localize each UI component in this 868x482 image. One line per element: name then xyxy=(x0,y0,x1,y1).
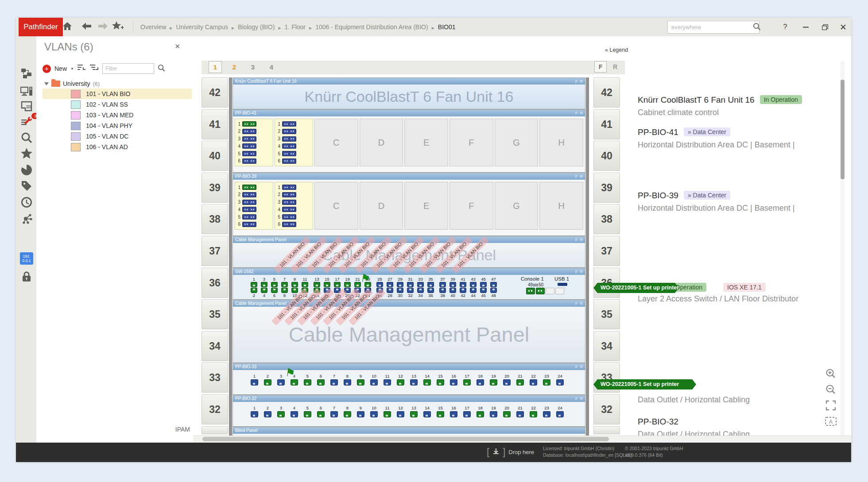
zoom-in-button[interactable] xyxy=(825,367,837,380)
breadcrumb-item[interactable]: Overview xyxy=(140,23,166,31)
switch-port[interactable] xyxy=(281,288,288,293)
rear-indicator[interactable]: R xyxy=(580,270,583,274)
front-indicator[interactable]: F xyxy=(575,174,578,179)
breadcrumb-item[interactable]: University Campus xyxy=(176,23,228,31)
duplex-port[interactable] xyxy=(242,214,256,220)
minimize-button[interactable] xyxy=(799,22,812,32)
switch-port[interactable] xyxy=(314,282,320,287)
rack-component-sw-1582[interactable]: SW-1582FR1234567891011121314151617181920… xyxy=(232,268,585,300)
new-dropdown-caret[interactable]: ▼ xyxy=(70,67,74,71)
patch-port[interactable] xyxy=(437,379,444,386)
rear-indicator[interactable]: R xyxy=(580,79,583,84)
switch-port[interactable] xyxy=(291,288,298,293)
patch-port[interactable] xyxy=(530,411,537,417)
rack-component-kn-rr-coolblastt-6-fan-unit-16[interactable]: Knürr CoolBlastT 6 Fan Unit 16FRKnürr Co… xyxy=(232,77,585,109)
switch-port[interactable] xyxy=(291,282,298,287)
switch-port[interactable] xyxy=(450,282,456,287)
patch-port[interactable] xyxy=(490,411,497,417)
search-icon[interactable] xyxy=(753,23,761,32)
patch-port[interactable] xyxy=(450,379,457,386)
patch-port[interactable] xyxy=(251,379,258,386)
rack-tab-2[interactable]: 2 xyxy=(228,62,240,73)
breadcrumb-item[interactable]: Biology (BIO) xyxy=(238,23,275,31)
panel-section-g[interactable]: G xyxy=(495,119,539,166)
patch-port[interactable] xyxy=(344,411,351,417)
rack-component-blind-panel[interactable]: Blind Panel xyxy=(232,427,585,436)
rack-component-pp-bio-41[interactable]: PP-BIO-41FR123456123456CDEFGH xyxy=(232,109,585,173)
patch-port[interactable] xyxy=(277,411,285,417)
patch-port[interactable] xyxy=(556,379,564,386)
duplex-port[interactable] xyxy=(242,200,256,205)
hardware-icon[interactable] xyxy=(20,85,33,98)
patch-port[interactable] xyxy=(291,379,298,386)
filter-search-icon[interactable] xyxy=(158,64,165,73)
switch-port[interactable] xyxy=(261,282,267,287)
panel-section-h[interactable]: H xyxy=(539,119,583,166)
duplex-port[interactable] xyxy=(282,121,296,127)
console-port[interactable] xyxy=(533,284,538,286)
duplex-port[interactable] xyxy=(282,222,296,227)
search-nav-icon[interactable] xyxy=(20,131,33,144)
duplex-port[interactable] xyxy=(242,207,256,212)
front-indicator[interactable]: F xyxy=(575,301,578,306)
patch-port[interactable] xyxy=(410,411,418,417)
collapse-arrow-icon[interactable] xyxy=(44,82,49,85)
search-input[interactable] xyxy=(668,24,753,31)
front-indicator[interactable]: F xyxy=(575,397,578,401)
tags-icon[interactable] xyxy=(20,179,33,193)
switch-port[interactable] xyxy=(439,288,446,293)
patch-port[interactable] xyxy=(437,411,444,417)
switch-port[interactable] xyxy=(251,288,257,293)
breadcrumb-item[interactable]: 1. Floor xyxy=(285,23,306,31)
home-button[interactable] xyxy=(61,21,74,33)
patch-port[interactable] xyxy=(304,379,311,386)
rack-component-pp-bio-39[interactable]: PP-BIO-39FR123456123456CDEFGH xyxy=(232,173,585,236)
switch-port[interactable] xyxy=(417,288,424,293)
switch-port[interactable] xyxy=(376,288,383,293)
work-order-banner[interactable]: WO-20221005-1 Set up printer xyxy=(593,283,679,293)
switch-port[interactable] xyxy=(427,282,434,287)
patch-port[interactable] xyxy=(304,411,311,417)
switch-port[interactable] xyxy=(271,288,278,293)
panel-section-f[interactable]: F xyxy=(450,182,493,230)
duplex-port[interactable] xyxy=(242,143,256,149)
work-order-banner[interactable]: WO-20221005-1 Set up printer xyxy=(593,379,696,389)
duplex-port[interactable] xyxy=(282,200,296,205)
filter-input[interactable] xyxy=(102,63,154,74)
panel-section-e[interactable]: E xyxy=(404,119,448,166)
switch-port[interactable] xyxy=(334,288,341,293)
switch-port[interactable] xyxy=(376,282,383,287)
collapse-all-icon[interactable] xyxy=(90,64,99,73)
switch-port[interactable] xyxy=(344,288,351,293)
tree-root-university[interactable]: University (6) xyxy=(36,79,194,89)
switch-port[interactable] xyxy=(387,282,393,287)
switch-port[interactable] xyxy=(364,288,371,293)
panel-section-e[interactable]: E xyxy=(404,182,448,230)
switch-port[interactable] xyxy=(261,288,267,293)
zoom-out-button[interactable] xyxy=(825,383,837,396)
vlan-tree-item[interactable]: 105 - VLAN DC xyxy=(43,131,192,142)
duplex-port[interactable] xyxy=(242,121,256,127)
patch-port[interactable] xyxy=(556,411,564,417)
patch-port[interactable] xyxy=(516,379,524,386)
horizontal-scrollbar-thumb[interactable] xyxy=(202,437,609,441)
duplex-port[interactable] xyxy=(242,136,256,142)
new-button[interactable]: New xyxy=(54,65,67,72)
duplex-port[interactable] xyxy=(282,214,296,220)
patch-port[interactable] xyxy=(423,411,431,417)
patch-port[interactable] xyxy=(397,379,404,386)
front-view-button[interactable]: F xyxy=(594,61,607,73)
front-indicator[interactable]: F xyxy=(575,111,578,116)
vertical-scrollbar-thumb[interactable] xyxy=(841,80,845,179)
vlan-tree-item[interactable]: 104 - VLAN PHY xyxy=(43,120,192,131)
vlan-tree-item[interactable]: 103 - VLAN MED xyxy=(43,110,192,120)
breadcrumb-item[interactable]: BIO01 xyxy=(438,23,456,31)
app-logo[interactable]: Pathfinder xyxy=(19,18,63,36)
patch-port[interactable] xyxy=(370,411,378,417)
panel-section-c[interactable]: C xyxy=(314,119,358,166)
add-favorite-button[interactable] xyxy=(112,21,124,33)
rear-indicator[interactable]: R xyxy=(580,397,583,401)
duplex-port[interactable] xyxy=(242,129,256,134)
patch-port[interactable] xyxy=(264,379,271,386)
switch-port[interactable] xyxy=(439,282,446,287)
